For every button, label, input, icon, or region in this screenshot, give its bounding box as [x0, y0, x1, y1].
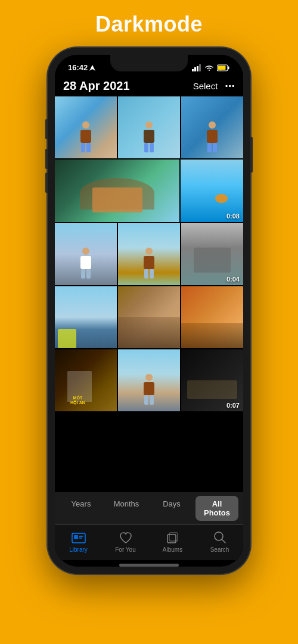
search-icon: [212, 530, 228, 545]
time-display: 16:42: [68, 63, 88, 72]
svg-rect-1: [192, 69, 194, 71]
svg-marker-0: [89, 65, 95, 71]
status-time: 16:42: [68, 63, 95, 72]
svg-rect-2: [194, 67, 196, 71]
grid-row: 0:04: [55, 223, 243, 285]
nav-item-library[interactable]: Library: [55, 530, 102, 553]
grid-cell[interactable]: [55, 160, 179, 222]
photo-grid: 0:08: [55, 96, 243, 492]
grid-cell[interactable]: [118, 286, 180, 348]
time-tabs: Years Months Days All Photos: [55, 492, 243, 524]
tab-days[interactable]: Days: [150, 496, 193, 521]
grid-cell[interactable]: 0:07: [181, 349, 243, 411]
tab-months[interactable]: Months: [105, 496, 148, 521]
svg-line-14: [222, 540, 225, 543]
select-button[interactable]: Select: [193, 81, 218, 91]
phone-screen: 16:42: [55, 55, 243, 567]
wifi-icon: [204, 64, 214, 71]
nav-label-albums: Albums: [163, 546, 182, 553]
more-button[interactable]: ···: [225, 79, 235, 93]
svg-rect-12: [169, 533, 178, 541]
grid-cell[interactable]: [118, 223, 180, 285]
header-actions: Select ···: [193, 79, 235, 93]
grid-cell[interactable]: [55, 286, 117, 348]
grid-cell[interactable]: 0:04: [181, 223, 243, 285]
grid-cell[interactable]: [118, 96, 180, 158]
nav-label-search: Search: [210, 546, 229, 553]
albums-icon: [165, 530, 181, 545]
phone-shell: 16:42: [48, 48, 250, 574]
library-icon: [71, 530, 86, 545]
nav-item-foryou[interactable]: For You: [102, 530, 149, 553]
tab-allphotos[interactable]: All Photos: [195, 496, 238, 521]
svg-rect-11: [167, 534, 176, 543]
location-icon: [89, 65, 95, 71]
svg-point-13: [215, 532, 223, 540]
status-icons: ⚡: [192, 64, 230, 71]
grid-cell[interactable]: [118, 349, 180, 411]
signal-icon: [192, 64, 201, 71]
grid-cell[interactable]: [181, 286, 243, 348]
grid-row: [55, 96, 243, 158]
svg-rect-10: [74, 535, 78, 539]
grid-cell[interactable]: [55, 96, 117, 158]
bottom-nav: Library For You: [55, 524, 243, 560]
grid-cell[interactable]: [181, 96, 243, 158]
grid-cell[interactable]: [55, 223, 117, 285]
video-duration: 0:07: [226, 402, 240, 409]
tab-years[interactable]: Years: [60, 496, 103, 521]
grid-cell[interactable]: MÓTHỘI AN: [55, 349, 117, 411]
nav-label-foryou: For You: [115, 546, 135, 553]
battery-icon: ⚡: [217, 64, 230, 71]
grid-cell[interactable]: 0:08: [181, 160, 243, 222]
video-duration: 0:04: [226, 276, 240, 283]
grid-row: 0:08: [55, 160, 243, 222]
notch: [110, 55, 188, 71]
photo-header: 28 Apr 2021 Select ···: [55, 74, 243, 96]
photo-date: 28 Apr 2021: [63, 79, 130, 93]
page-title-label: Darkmode: [95, 12, 203, 37]
grid-row: [55, 286, 243, 348]
grid-row: MÓTHỘI AN 0:07: [55, 349, 243, 411]
nav-label-library: Library: [69, 546, 88, 553]
svg-rect-6: [228, 66, 229, 69]
nav-item-search[interactable]: Search: [196, 530, 243, 553]
svg-rect-3: [197, 66, 198, 71]
content-area: 28 Apr 2021 Select ···: [55, 74, 243, 560]
video-duration: 0:08: [226, 212, 240, 220]
foryou-icon: [118, 530, 134, 545]
home-bar: [119, 564, 179, 567]
svg-text:⚡: ⚡: [219, 66, 224, 71]
nav-item-albums[interactable]: Albums: [149, 530, 196, 553]
svg-rect-4: [199, 64, 201, 71]
